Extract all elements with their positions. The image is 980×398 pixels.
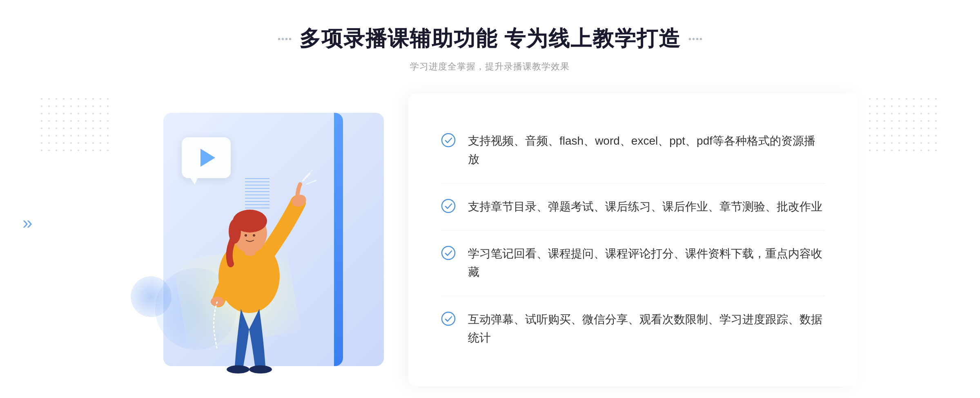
- svg-point-17: [442, 312, 455, 325]
- svg-line-12: [306, 180, 316, 184]
- feature-text-1: 支持视频、音频、flash、word、excel、ppt、pdf等各种格式的资源…: [468, 132, 825, 169]
- illustration-area: [122, 96, 408, 382]
- features-panel: 支持视频、音频、flash、word、excel、ppt、pdf等各种格式的资源…: [408, 93, 858, 386]
- title-decoration-left: [278, 38, 291, 40]
- chevron-decoration: »: [22, 212, 32, 233]
- title-decoration-right: [689, 38, 702, 40]
- feature-item-4: 互动弹幕、试听购买、微信分享、观看次数限制、学习进度跟踪、数据统计: [441, 296, 825, 362]
- feature-item-3: 学习笔记回看、课程提问、课程评论打分、课件资料下载，重点内容收藏: [441, 230, 825, 296]
- feature-item-2: 支持章节目录、弹题考试、课后练习、课后作业、章节测验、批改作业: [441, 183, 825, 231]
- svg-point-8: [253, 234, 255, 237]
- check-circle-icon-4: [441, 311, 456, 326]
- dots-decoration-right: [869, 98, 939, 154]
- svg-point-2: [249, 365, 272, 373]
- dots-decoration-left: [41, 98, 111, 154]
- subtitle: 学习进度全掌握，提升录播课教学效果: [278, 60, 702, 73]
- main-title: 多项录播课辅助功能 专为线上教学打造: [299, 25, 681, 53]
- feature-text-4: 互动弹幕、试听购买、微信分享、观看次数限制、学习进度跟踪、数据统计: [468, 311, 825, 347]
- check-circle-icon-1: [441, 133, 456, 148]
- accent-bar: [334, 113, 343, 366]
- svg-point-15: [442, 199, 455, 212]
- header-section: 多项录播课辅助功能 专为线上教学打造 学习进度全掌握，提升录播课教学效果: [278, 25, 702, 73]
- check-circle-icon-3: [441, 246, 456, 260]
- page-wrapper: » 多项录播课辅助功能 专为线上教学打造 学习进度全掌握，提升录播课教学效果: [0, 0, 980, 398]
- deco-circle-small: [131, 276, 172, 317]
- svg-line-13: [304, 170, 312, 178]
- main-content: 支持视频、音频、flash、word、excel、ppt、pdf等各种格式的资源…: [122, 93, 858, 386]
- svg-line-11: [302, 173, 310, 181]
- person-figure: [172, 145, 327, 382]
- title-row: 多项录播课辅助功能 专为线上教学打造: [278, 25, 702, 53]
- svg-point-16: [442, 246, 455, 259]
- svg-point-14: [442, 134, 455, 147]
- feature-text-2: 支持章节目录、弹题考试、课后练习、课后作业、章节测验、批改作业: [468, 198, 822, 216]
- svg-point-7: [245, 234, 247, 237]
- svg-point-1: [227, 365, 249, 373]
- feature-text-3: 学习笔记回看、课程提问、课程评论打分、课件资料下载，重点内容收藏: [468, 245, 825, 282]
- feature-item-1: 支持视频、音频、flash、word、excel、ppt、pdf等各种格式的资源…: [441, 118, 825, 183]
- check-circle-icon-2: [441, 199, 456, 213]
